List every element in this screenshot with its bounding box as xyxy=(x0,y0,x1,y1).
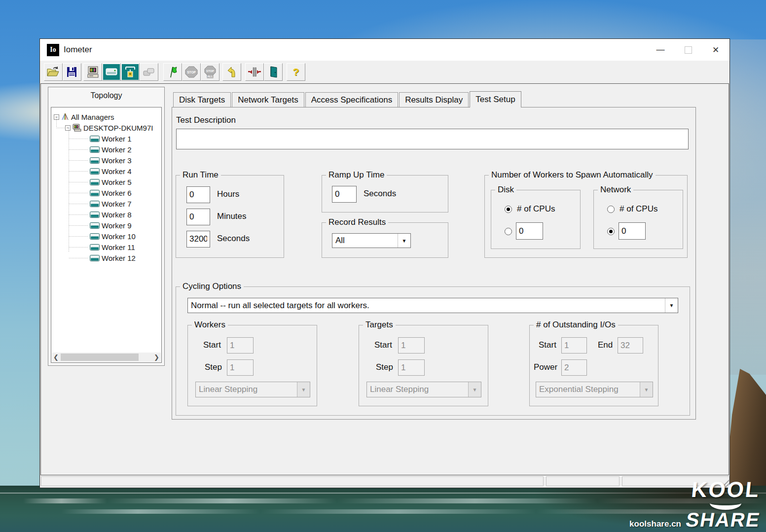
manager-computer-icon xyxy=(73,124,81,132)
tab-disk-targets[interactable]: Disk Targets xyxy=(173,92,231,107)
run-time-seconds-input[interactable] xyxy=(186,231,210,248)
tree-item-worker[interactable]: Worker 2 xyxy=(51,144,161,155)
ios-end-label: End xyxy=(598,340,613,350)
disk-count-radio[interactable] xyxy=(505,228,512,235)
tree-item-worker[interactable]: Worker 7 xyxy=(51,198,161,209)
horizontal-scrollbar[interactable]: ❮ ❯ xyxy=(52,353,161,362)
workers-start-input[interactable] xyxy=(227,337,254,354)
network-cpus-radio[interactable] xyxy=(607,206,615,213)
tree-item-worker[interactable]: Worker 11 xyxy=(51,242,161,252)
duplicate-worker-button[interactable] xyxy=(140,63,158,81)
ios-start-label: Start xyxy=(539,340,556,350)
workers-stepping-select[interactable]: Linear Stepping ▼ xyxy=(195,382,310,397)
exit-button[interactable] xyxy=(264,63,283,81)
worker-icon xyxy=(90,189,100,197)
help-button[interactable]: ? xyxy=(287,63,305,81)
tree-connector xyxy=(69,171,88,172)
tree-item-worker[interactable]: Worker 8 xyxy=(51,209,161,220)
watermark-smile-icon xyxy=(710,497,741,510)
window-title: Iometer xyxy=(64,45,92,55)
ramp-up-seconds-input[interactable] xyxy=(332,186,357,203)
network-count-radio[interactable] xyxy=(607,228,615,235)
ios-start-input[interactable] xyxy=(561,337,587,354)
stop-all-tests-button[interactable]: STOPALL xyxy=(201,63,219,81)
main-area: Topology − All Managers xyxy=(40,83,729,475)
dropdown-arrow-icon: ▼ xyxy=(640,382,653,397)
disk-count-input[interactable] xyxy=(516,222,543,240)
run-time-group: Run Time Hours Minutes Seconds xyxy=(176,175,284,258)
targets-start-input[interactable] xyxy=(398,337,425,354)
stop-test-button[interactable]: STOP xyxy=(182,63,201,81)
disk-cpus-radio[interactable] xyxy=(505,206,512,213)
scrollbar-thumb[interactable] xyxy=(61,354,139,361)
tree-item-label: Worker 11 xyxy=(102,243,135,251)
tree-item-worker[interactable]: Worker 4 xyxy=(51,166,161,177)
record-results-select[interactable]: All ▼ xyxy=(332,233,411,248)
tree-item-worker[interactable]: Worker 10 xyxy=(51,231,161,242)
scroll-left-icon[interactable]: ❮ xyxy=(52,353,60,362)
tree-item-worker[interactable]: Worker 1 xyxy=(51,133,161,144)
tab-results-display[interactable]: Results Display xyxy=(399,92,469,107)
save-test-config-button[interactable] xyxy=(63,63,81,81)
record-results-group: Record Results All ▼ xyxy=(322,222,448,258)
tree-item-all-managers[interactable]: − All Managers xyxy=(51,111,161,122)
start-disk-worker-button[interactable] xyxy=(102,63,121,81)
collapse-toggle-icon[interactable]: − xyxy=(65,125,71,131)
stop-test-icon: STOP xyxy=(184,66,198,78)
run-time-minutes-input[interactable] xyxy=(186,209,210,225)
test-description-input[interactable] xyxy=(176,129,689,149)
start-network-worker-icon xyxy=(122,64,139,80)
tab-strip: Disk Targets Network Targets Access Spec… xyxy=(173,92,522,107)
svg-text:STOP: STOP xyxy=(206,70,214,72)
ios-power-input[interactable] xyxy=(561,359,587,376)
tree-item-worker[interactable]: Worker 5 xyxy=(51,177,161,187)
targets-stepping-select[interactable]: Linear Stepping ▼ xyxy=(366,382,481,397)
ramp-seconds-label: Seconds xyxy=(364,189,396,199)
tree-item-worker[interactable]: Worker 9 xyxy=(51,220,161,231)
topology-tree[interactable]: − All Managers − DESKTO xyxy=(51,107,162,363)
tree-workers: Worker 1Worker 2Worker 3Worker 4Worker 5… xyxy=(51,133,161,263)
spawn-network-group: Network # of CPUs xyxy=(593,190,683,249)
cycling-mode-select[interactable]: Normal -- run all selected targets for a… xyxy=(187,298,678,313)
cycling-workers-title: Workers xyxy=(192,320,228,330)
tree-item-worker[interactable]: Worker 3 xyxy=(51,155,161,166)
dropdown-arrow-icon[interactable]: ▼ xyxy=(398,234,410,248)
tab-test-setup[interactable]: Test Setup xyxy=(470,91,521,107)
run-time-hours-input[interactable] xyxy=(186,186,210,203)
watermark-site: koolshare.cn xyxy=(629,519,681,529)
spawn-disk-title: Disk xyxy=(495,185,516,195)
tree-item-worker[interactable]: Worker 12 xyxy=(51,252,161,263)
tree-connector xyxy=(69,193,88,193)
minimize-button[interactable]: — xyxy=(647,39,674,61)
start-disk-worker-icon xyxy=(103,64,120,80)
workers-start-label: Start xyxy=(203,340,221,350)
tab-network-targets[interactable]: Network Targets xyxy=(232,92,304,107)
cycling-options-group: Cycling Options Normal -- run all select… xyxy=(176,286,690,416)
ios-end-input[interactable] xyxy=(618,337,643,354)
spawn-network-title: Network xyxy=(598,185,633,195)
edit-interfaces-button[interactable] xyxy=(245,63,264,81)
minutes-label: Minutes xyxy=(217,212,247,221)
scroll-right-icon[interactable]: ❯ xyxy=(152,353,161,362)
targets-start-label: Start xyxy=(374,340,392,350)
worker-icon xyxy=(90,178,100,186)
ios-stepping-select[interactable]: Exponential Stepping ▼ xyxy=(536,382,653,397)
ios-stepping-value: Exponential Stepping xyxy=(536,385,640,394)
targets-step-input[interactable] xyxy=(398,359,425,376)
tree-item-worker[interactable]: Worker 6 xyxy=(51,187,161,198)
start-network-worker-button[interactable] xyxy=(121,63,140,81)
start-tests-button[interactable] xyxy=(163,63,182,81)
network-count-input[interactable] xyxy=(619,222,646,240)
start-new-manager-button[interactable] xyxy=(83,63,102,81)
reset-workers-button[interactable] xyxy=(222,63,241,81)
close-button[interactable]: ✕ xyxy=(702,39,730,61)
worker-icon xyxy=(90,244,100,251)
workers-step-input[interactable] xyxy=(227,359,254,376)
tree-item-manager[interactable]: − DESKTOP-DKUM97I xyxy=(51,122,161,133)
open-test-file-button[interactable] xyxy=(44,63,63,81)
start-new-manager-icon xyxy=(86,66,100,78)
tree-connector xyxy=(69,258,88,258)
dropdown-arrow-icon[interactable]: ▼ xyxy=(665,298,678,313)
tab-access-specifications[interactable]: Access Specifications xyxy=(305,92,398,107)
maximize-button[interactable] xyxy=(674,39,702,61)
